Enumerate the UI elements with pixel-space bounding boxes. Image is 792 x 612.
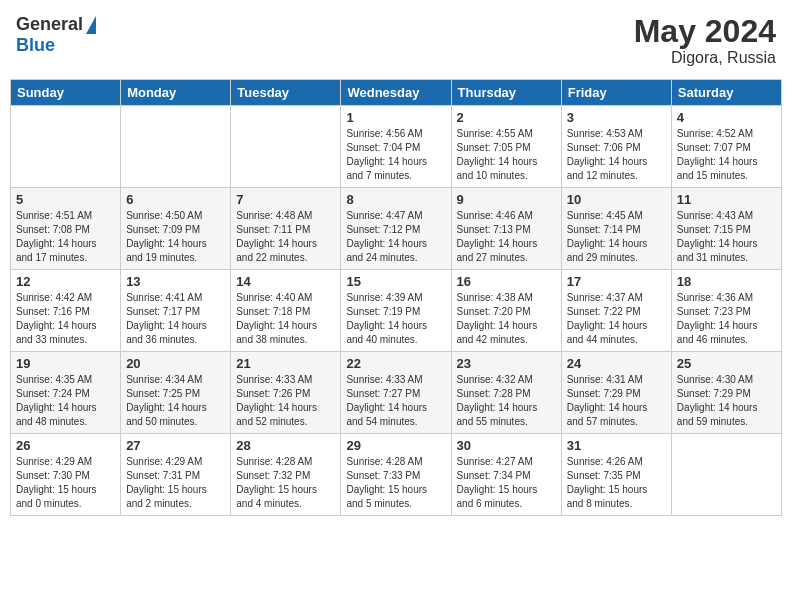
day-number: 4 xyxy=(677,110,776,125)
day-info: Sunrise: 4:51 AM Sunset: 7:08 PM Dayligh… xyxy=(16,209,115,265)
calendar-week-row: 19Sunrise: 4:35 AM Sunset: 7:24 PM Dayli… xyxy=(11,352,782,434)
day-info: Sunrise: 4:43 AM Sunset: 7:15 PM Dayligh… xyxy=(677,209,776,265)
calendar-cell: 30Sunrise: 4:27 AM Sunset: 7:34 PM Dayli… xyxy=(451,434,561,516)
day-info: Sunrise: 4:52 AM Sunset: 7:07 PM Dayligh… xyxy=(677,127,776,183)
month-year-title: May 2024 xyxy=(634,14,776,49)
day-info: Sunrise: 4:39 AM Sunset: 7:19 PM Dayligh… xyxy=(346,291,445,347)
day-info: Sunrise: 4:28 AM Sunset: 7:32 PM Dayligh… xyxy=(236,455,335,511)
calendar-cell: 31Sunrise: 4:26 AM Sunset: 7:35 PM Dayli… xyxy=(561,434,671,516)
weekday-header-row: SundayMondayTuesdayWednesdayThursdayFrid… xyxy=(11,80,782,106)
day-number: 19 xyxy=(16,356,115,371)
day-number: 20 xyxy=(126,356,225,371)
day-info: Sunrise: 4:35 AM Sunset: 7:24 PM Dayligh… xyxy=(16,373,115,429)
day-number: 29 xyxy=(346,438,445,453)
day-info: Sunrise: 4:36 AM Sunset: 7:23 PM Dayligh… xyxy=(677,291,776,347)
day-number: 9 xyxy=(457,192,556,207)
location-title: Digora, Russia xyxy=(634,49,776,67)
day-number: 26 xyxy=(16,438,115,453)
day-number: 27 xyxy=(126,438,225,453)
day-number: 28 xyxy=(236,438,335,453)
day-info: Sunrise: 4:29 AM Sunset: 7:31 PM Dayligh… xyxy=(126,455,225,511)
day-number: 1 xyxy=(346,110,445,125)
logo-triangle-icon xyxy=(86,16,96,34)
calendar-cell: 22Sunrise: 4:33 AM Sunset: 7:27 PM Dayli… xyxy=(341,352,451,434)
day-number: 23 xyxy=(457,356,556,371)
day-number: 10 xyxy=(567,192,666,207)
calendar-cell: 4Sunrise: 4:52 AM Sunset: 7:07 PM Daylig… xyxy=(671,106,781,188)
calendar-cell: 7Sunrise: 4:48 AM Sunset: 7:11 PM Daylig… xyxy=(231,188,341,270)
day-info: Sunrise: 4:30 AM Sunset: 7:29 PM Dayligh… xyxy=(677,373,776,429)
day-info: Sunrise: 4:27 AM Sunset: 7:34 PM Dayligh… xyxy=(457,455,556,511)
calendar-cell: 24Sunrise: 4:31 AM Sunset: 7:29 PM Dayli… xyxy=(561,352,671,434)
calendar-cell: 15Sunrise: 4:39 AM Sunset: 7:19 PM Dayli… xyxy=(341,270,451,352)
day-number: 16 xyxy=(457,274,556,289)
calendar-cell: 20Sunrise: 4:34 AM Sunset: 7:25 PM Dayli… xyxy=(121,352,231,434)
day-info: Sunrise: 4:46 AM Sunset: 7:13 PM Dayligh… xyxy=(457,209,556,265)
weekday-header-monday: Monday xyxy=(121,80,231,106)
logo: General Blue xyxy=(16,14,96,56)
calendar-cell: 8Sunrise: 4:47 AM Sunset: 7:12 PM Daylig… xyxy=(341,188,451,270)
calendar-cell xyxy=(11,106,121,188)
day-info: Sunrise: 4:50 AM Sunset: 7:09 PM Dayligh… xyxy=(126,209,225,265)
day-info: Sunrise: 4:31 AM Sunset: 7:29 PM Dayligh… xyxy=(567,373,666,429)
title-block: May 2024 Digora, Russia xyxy=(634,14,776,67)
calendar-cell: 25Sunrise: 4:30 AM Sunset: 7:29 PM Dayli… xyxy=(671,352,781,434)
day-number: 11 xyxy=(677,192,776,207)
day-number: 12 xyxy=(16,274,115,289)
day-info: Sunrise: 4:48 AM Sunset: 7:11 PM Dayligh… xyxy=(236,209,335,265)
day-info: Sunrise: 4:45 AM Sunset: 7:14 PM Dayligh… xyxy=(567,209,666,265)
day-info: Sunrise: 4:38 AM Sunset: 7:20 PM Dayligh… xyxy=(457,291,556,347)
weekday-header-saturday: Saturday xyxy=(671,80,781,106)
day-info: Sunrise: 4:47 AM Sunset: 7:12 PM Dayligh… xyxy=(346,209,445,265)
day-number: 15 xyxy=(346,274,445,289)
day-info: Sunrise: 4:28 AM Sunset: 7:33 PM Dayligh… xyxy=(346,455,445,511)
day-number: 18 xyxy=(677,274,776,289)
calendar-cell xyxy=(121,106,231,188)
day-number: 17 xyxy=(567,274,666,289)
day-info: Sunrise: 4:32 AM Sunset: 7:28 PM Dayligh… xyxy=(457,373,556,429)
day-number: 25 xyxy=(677,356,776,371)
calendar-cell: 5Sunrise: 4:51 AM Sunset: 7:08 PM Daylig… xyxy=(11,188,121,270)
weekday-header-thursday: Thursday xyxy=(451,80,561,106)
day-number: 8 xyxy=(346,192,445,207)
calendar-cell: 29Sunrise: 4:28 AM Sunset: 7:33 PM Dayli… xyxy=(341,434,451,516)
calendar-cell: 14Sunrise: 4:40 AM Sunset: 7:18 PM Dayli… xyxy=(231,270,341,352)
day-info: Sunrise: 4:40 AM Sunset: 7:18 PM Dayligh… xyxy=(236,291,335,347)
day-number: 22 xyxy=(346,356,445,371)
day-number: 3 xyxy=(567,110,666,125)
calendar-table: SundayMondayTuesdayWednesdayThursdayFrid… xyxy=(10,79,782,516)
calendar-cell: 17Sunrise: 4:37 AM Sunset: 7:22 PM Dayli… xyxy=(561,270,671,352)
calendar-cell: 3Sunrise: 4:53 AM Sunset: 7:06 PM Daylig… xyxy=(561,106,671,188)
day-number: 14 xyxy=(236,274,335,289)
calendar-cell: 16Sunrise: 4:38 AM Sunset: 7:20 PM Dayli… xyxy=(451,270,561,352)
day-number: 7 xyxy=(236,192,335,207)
day-number: 2 xyxy=(457,110,556,125)
day-info: Sunrise: 4:34 AM Sunset: 7:25 PM Dayligh… xyxy=(126,373,225,429)
weekday-header-sunday: Sunday xyxy=(11,80,121,106)
day-info: Sunrise: 4:53 AM Sunset: 7:06 PM Dayligh… xyxy=(567,127,666,183)
day-info: Sunrise: 4:33 AM Sunset: 7:26 PM Dayligh… xyxy=(236,373,335,429)
day-number: 24 xyxy=(567,356,666,371)
day-info: Sunrise: 4:42 AM Sunset: 7:16 PM Dayligh… xyxy=(16,291,115,347)
day-number: 21 xyxy=(236,356,335,371)
calendar-week-row: 12Sunrise: 4:42 AM Sunset: 7:16 PM Dayli… xyxy=(11,270,782,352)
day-info: Sunrise: 4:37 AM Sunset: 7:22 PM Dayligh… xyxy=(567,291,666,347)
calendar-cell: 21Sunrise: 4:33 AM Sunset: 7:26 PM Dayli… xyxy=(231,352,341,434)
weekday-header-tuesday: Tuesday xyxy=(231,80,341,106)
day-number: 30 xyxy=(457,438,556,453)
calendar-cell: 28Sunrise: 4:28 AM Sunset: 7:32 PM Dayli… xyxy=(231,434,341,516)
logo-general: General xyxy=(16,14,83,35)
calendar-cell: 12Sunrise: 4:42 AM Sunset: 7:16 PM Dayli… xyxy=(11,270,121,352)
day-number: 6 xyxy=(126,192,225,207)
calendar-cell: 23Sunrise: 4:32 AM Sunset: 7:28 PM Dayli… xyxy=(451,352,561,434)
calendar-week-row: 1Sunrise: 4:56 AM Sunset: 7:04 PM Daylig… xyxy=(11,106,782,188)
day-number: 31 xyxy=(567,438,666,453)
calendar-week-row: 26Sunrise: 4:29 AM Sunset: 7:30 PM Dayli… xyxy=(11,434,782,516)
calendar-cell: 2Sunrise: 4:55 AM Sunset: 7:05 PM Daylig… xyxy=(451,106,561,188)
day-info: Sunrise: 4:56 AM Sunset: 7:04 PM Dayligh… xyxy=(346,127,445,183)
calendar-cell: 11Sunrise: 4:43 AM Sunset: 7:15 PM Dayli… xyxy=(671,188,781,270)
day-number: 5 xyxy=(16,192,115,207)
calendar-cell: 13Sunrise: 4:41 AM Sunset: 7:17 PM Dayli… xyxy=(121,270,231,352)
calendar-week-row: 5Sunrise: 4:51 AM Sunset: 7:08 PM Daylig… xyxy=(11,188,782,270)
weekday-header-friday: Friday xyxy=(561,80,671,106)
